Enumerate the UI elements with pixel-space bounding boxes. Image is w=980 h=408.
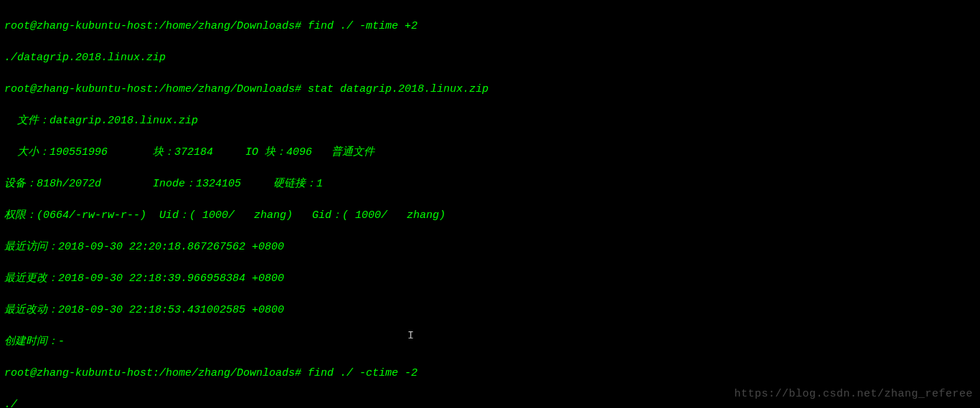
output-line: 最近改动：2018-09-30 22:18:53.431002585 +0800 <box>4 303 976 318</box>
output-line: 设备：818h/2072d Inode：1324105 硬链接：1 <box>4 176 976 192</box>
command-text: find ./ -mtime +2 <box>308 20 418 32</box>
command-line: root@zhang-kubuntu-host:/home/zhang/Down… <box>4 82 976 98</box>
output-line: 权限：(0664/-rw-rw-r--) Uid：( 1000/ zhang) … <box>4 208 976 224</box>
shell-prompt: root@zhang-kubuntu-host:/home/zhang/Down… <box>4 20 308 32</box>
terminal-output[interactable]: root@zhang-kubuntu-host:/home/zhang/Down… <box>0 0 980 408</box>
output-line: 最近更改：2018-09-30 22:18:39.966958384 +0800 <box>4 271 976 287</box>
shell-prompt: root@zhang-kubuntu-host:/home/zhang/Down… <box>4 367 308 379</box>
command-line: root@zhang-kubuntu-host:/home/zhang/Down… <box>4 19 976 34</box>
shell-prompt: root@zhang-kubuntu-host:/home/zhang/Down… <box>4 83 308 95</box>
watermark-text: https://blog.csdn.net/zhang_referee <box>734 386 973 402</box>
command-text: stat datagrip.2018.linux.zip <box>308 83 489 95</box>
output-line: 文件：datagrip.2018.linux.zip <box>4 113 976 129</box>
output-line: 创建时间：- <box>4 334 976 350</box>
output-line: 大小：190551996 块：372184 IO 块：4096 普通文件 <box>4 145 976 161</box>
command-text: find ./ -ctime -2 <box>308 367 418 379</box>
output-line: 最近访问：2018-09-30 22:20:18.867267562 +0800 <box>4 239 976 255</box>
output-line: ./datagrip.2018.linux.zip <box>4 50 976 66</box>
command-line: root@zhang-kubuntu-host:/home/zhang/Down… <box>4 366 976 381</box>
